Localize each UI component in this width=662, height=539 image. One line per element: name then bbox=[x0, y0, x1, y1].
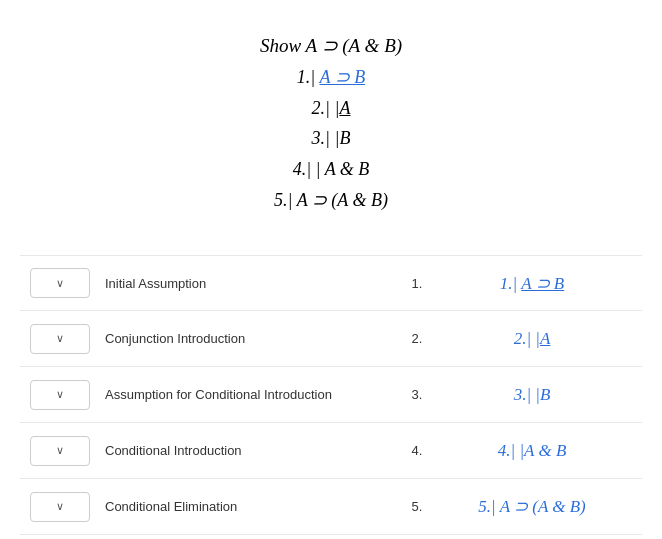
rule-row: ∨ Assumption for Conditional Introductio… bbox=[20, 367, 642, 423]
step-number-3: 3. bbox=[402, 387, 432, 402]
proof-display: Show A ⊃ (A & B) 1.| A ⊃ B 2.| |A 3.| |B… bbox=[0, 20, 662, 225]
proof-line-5: 5.| A ⊃ (A & B) bbox=[20, 185, 642, 216]
rule-dropdown-3[interactable]: ∨ bbox=[30, 380, 90, 410]
step-formula-3: 3.| |B bbox=[432, 385, 632, 405]
rules-table: ∨ Initial Assumption 1. 1.| A ⊃ B ∨ Conj… bbox=[0, 255, 662, 535]
rule-row: ∨ Initial Assumption 1. 1.| A ⊃ B bbox=[20, 255, 642, 311]
rule-dropdown-1[interactable]: ∨ bbox=[30, 268, 90, 298]
step-number-1: 1. bbox=[402, 276, 432, 291]
rule-dropdown-5[interactable]: ∨ bbox=[30, 492, 90, 522]
rule-name-1: Initial Assumption bbox=[90, 276, 402, 291]
rule-name-2: Conjunction Introduction bbox=[90, 331, 402, 346]
proof-line-1: 1.| A ⊃ B bbox=[20, 62, 642, 93]
step-formula-5: 5.| A ⊃ (A & B) bbox=[432, 496, 632, 517]
proof-line-3: 3.| |B bbox=[20, 123, 642, 154]
chevron-down-icon: ∨ bbox=[56, 332, 64, 345]
rule-row: ∨ Conditional Introduction 4. 4.| |A & B bbox=[20, 423, 642, 479]
rule-row: ∨ Conjunction Introduction 2. 2.| |A bbox=[20, 311, 642, 367]
step-formula-1: 1.| A ⊃ B bbox=[432, 273, 632, 294]
step-number-2: 2. bbox=[402, 331, 432, 346]
rule-name-3: Assumption for Conditional Introduction bbox=[90, 387, 402, 402]
rule-row: ∨ Conditional Elimination 5. 5.| A ⊃ (A … bbox=[20, 479, 642, 535]
proof-line-4: 4.| | A & B bbox=[20, 154, 642, 185]
step-number-5: 5. bbox=[402, 499, 432, 514]
step-formula-4: 4.| |A & B bbox=[432, 441, 632, 461]
rule-dropdown-2[interactable]: ∨ bbox=[30, 324, 90, 354]
step-number-4: 4. bbox=[402, 443, 432, 458]
rule-dropdown-4[interactable]: ∨ bbox=[30, 436, 90, 466]
chevron-down-icon: ∨ bbox=[56, 444, 64, 457]
rule-name-5: Conditional Elimination bbox=[90, 499, 402, 514]
proof-line-2: 2.| |A bbox=[20, 93, 642, 124]
show-line: Show A ⊃ (A & B) bbox=[20, 30, 642, 62]
chevron-down-icon: ∨ bbox=[56, 500, 64, 513]
chevron-down-icon: ∨ bbox=[56, 388, 64, 401]
rule-name-4: Conditional Introduction bbox=[90, 443, 402, 458]
chevron-down-icon: ∨ bbox=[56, 277, 64, 290]
step-formula-2: 2.| |A bbox=[432, 329, 632, 349]
